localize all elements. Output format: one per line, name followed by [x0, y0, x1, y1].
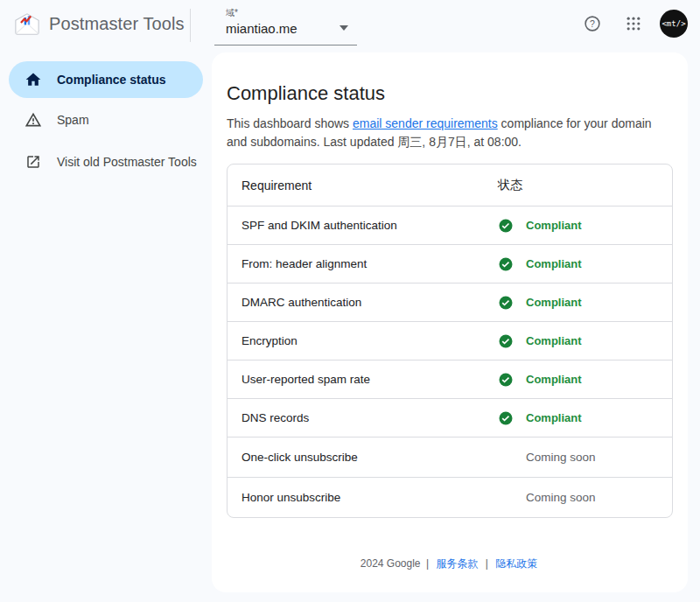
check-circle-icon — [498, 333, 514, 349]
warning-icon — [24, 111, 42, 129]
page-description: This dashboard shows email sender requir… — [227, 115, 673, 151]
app-logo-group: Postmaster Tools — [14, 12, 185, 36]
requirement-cell: Encryption — [228, 334, 498, 347]
sidebar: Compliance status Spam Visit old Postmas… — [0, 52, 212, 602]
status-badge: Compliant — [526, 219, 582, 232]
sidebar-item-label: Spam — [57, 113, 89, 127]
requirement-cell: One-click unsubscribe — [228, 451, 498, 464]
table-header-row: Requirement 状态 — [228, 164, 672, 206]
status-cell: Compliant — [498, 295, 672, 311]
footer: 2024 Google | 服务条款 | 隐私政策 — [212, 556, 688, 571]
status-cell: Compliant — [498, 410, 672, 426]
column-header-status: 状态 — [498, 178, 672, 193]
apps-grid-icon — [625, 15, 642, 32]
header-actions: ? <mt/> — [578, 0, 688, 47]
table-row: User-reported spam rate Compliant — [228, 360, 672, 398]
check-circle-icon — [498, 410, 514, 426]
top-header: Postmaster Tools 域* miantiao.me ? <mt/> — [0, 0, 700, 52]
email-sender-requirements-link[interactable]: email sender requirements — [353, 116, 498, 130]
page-title: Compliance status — [227, 81, 673, 106]
status-badge: Compliant — [526, 411, 582, 424]
domain-selector-value: miantiao.me — [226, 21, 357, 36]
requirement-cell: DNS records — [228, 411, 498, 424]
requirement-cell: User-reported spam rate — [228, 373, 498, 386]
postmaster-logo-icon — [14, 12, 40, 36]
apps-grid-button[interactable] — [619, 9, 648, 38]
privacy-policy-link[interactable]: 隐私政策 — [495, 557, 537, 570]
app-title: Postmaster Tools — [49, 14, 185, 34]
requirement-cell: From: header alignment — [228, 257, 498, 270]
table-row: SPF and DKIM authentication Compliant — [228, 206, 672, 244]
svg-text:?: ? — [590, 18, 595, 29]
status-badge: Coming soon — [498, 491, 596, 504]
requirement-cell: Honor unsubscribe — [228, 491, 498, 504]
sidebar-item-label: Compliance status — [57, 73, 165, 87]
sidebar-item-compliance-status[interactable]: Compliance status — [9, 61, 203, 98]
domain-selector-label: 域* — [226, 7, 357, 19]
status-badge: Compliant — [526, 257, 582, 270]
table-row: Honor unsubscribe Coming soon — [228, 477, 672, 517]
status-badge: Compliant — [526, 296, 582, 309]
status-badge: Compliant — [526, 373, 582, 386]
sidebar-item-label: Visit old Postmaster Tools — [57, 155, 197, 169]
external-link-icon — [24, 153, 42, 171]
status-cell: Compliant — [498, 333, 672, 349]
table-row: One-click unsubscribe Coming soon — [228, 437, 672, 477]
status-cell: Compliant — [498, 372, 672, 388]
chevron-down-icon — [340, 25, 348, 31]
footer-separator: | — [486, 557, 488, 570]
footer-separator: | — [426, 557, 429, 570]
status-badge: Compliant — [526, 334, 582, 347]
copyright-text: 2024 Google — [360, 557, 421, 570]
sidebar-item-visit-old-postmaster[interactable]: Visit old Postmaster Tools — [9, 144, 203, 180]
home-icon — [24, 71, 42, 88]
header-divider — [190, 9, 191, 42]
check-circle-icon — [498, 218, 514, 234]
status-cell: Coming soon — [498, 451, 672, 464]
requirement-cell: SPF and DKIM authentication — [228, 219, 498, 232]
status-cell: Compliant — [498, 218, 672, 234]
description-prefix: This dashboard shows — [227, 116, 353, 130]
check-circle-icon — [498, 295, 514, 311]
check-circle-icon — [498, 372, 514, 388]
status-badge: Coming soon — [498, 451, 596, 464]
help-icon: ? — [583, 14, 602, 33]
compliance-table: Requirement 状态 SPF and DKIM authenticati… — [227, 164, 673, 518]
table-row: From: header alignment Compliant — [228, 244, 672, 283]
requirement-cell: DMARC authentication — [228, 296, 498, 309]
help-button[interactable]: ? — [578, 9, 607, 38]
terms-of-service-link[interactable]: 服务条款 — [436, 557, 478, 570]
main-content-card: Compliance status This dashboard shows e… — [212, 52, 688, 592]
avatar[interactable]: <mt/> — [660, 10, 688, 38]
status-cell: Coming soon — [498, 491, 672, 504]
check-circle-icon — [498, 256, 514, 272]
table-row: DMARC authentication Compliant — [228, 283, 672, 321]
table-row: Encryption Compliant — [228, 321, 672, 360]
table-row: DNS records Compliant — [228, 398, 672, 437]
status-cell: Compliant — [498, 256, 672, 272]
column-header-requirement: Requirement — [228, 178, 498, 192]
sidebar-item-spam[interactable]: Spam — [9, 102, 203, 138]
domain-selector[interactable]: 域* miantiao.me — [214, 4, 357, 46]
